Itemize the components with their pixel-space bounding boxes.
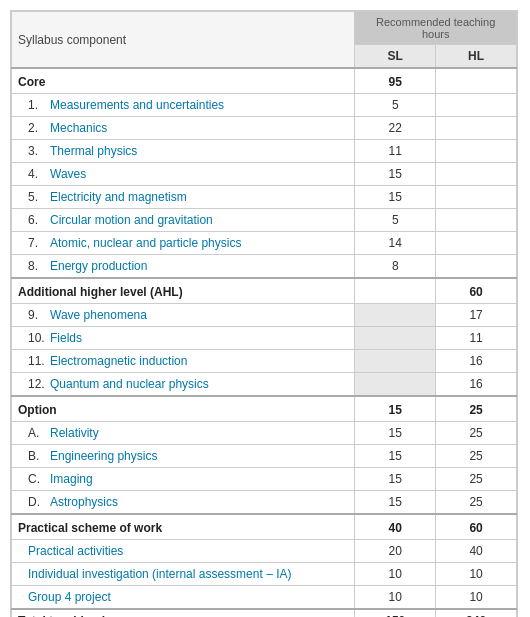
- table-row: C.Imaging1525: [12, 468, 517, 491]
- item-label: Group 4 project: [12, 586, 355, 610]
- table-row: A.Relativity1525: [12, 422, 517, 445]
- item-hl: 17: [436, 304, 517, 327]
- table-row: 10.Fields11: [12, 327, 517, 350]
- item-sl: [355, 304, 436, 327]
- item-hl: 16: [436, 373, 517, 397]
- item-hl: [436, 140, 517, 163]
- total-row: Total teaching hours150240: [12, 609, 517, 617]
- item-label: A.Relativity: [12, 422, 355, 445]
- total-label: Total teaching hours: [12, 609, 355, 617]
- item-label: Practical activities: [12, 540, 355, 563]
- table-row: 11.Electromagnetic induction16: [12, 350, 517, 373]
- section-header-row: Additional higher level (AHL)60: [12, 278, 517, 304]
- section-header-row: Core95: [12, 68, 517, 94]
- item-label: D.Astrophysics: [12, 491, 355, 515]
- item-sl: 15: [355, 491, 436, 515]
- section-label: Core: [12, 68, 355, 94]
- recommended-header: Recommended teaching hours: [355, 12, 517, 45]
- item-label: 9.Wave phenomena: [12, 304, 355, 327]
- item-label: 1.Measurements and uncertainties: [12, 94, 355, 117]
- item-label: 5.Electricity and magnetism: [12, 186, 355, 209]
- item-hl: 16: [436, 350, 517, 373]
- table-row: Practical activities2040: [12, 540, 517, 563]
- table-row: 5.Electricity and magnetism15: [12, 186, 517, 209]
- item-hl: 25: [436, 422, 517, 445]
- table-row: Individual investigation (internal asses…: [12, 563, 517, 586]
- table-row: Group 4 project1010: [12, 586, 517, 610]
- table-row: 6.Circular motion and gravitation5: [12, 209, 517, 232]
- item-label: Individual investigation (internal asses…: [12, 563, 355, 586]
- table-row: 2.Mechanics22: [12, 117, 517, 140]
- syllabus-table: Syllabus component Recommended teaching …: [10, 10, 518, 617]
- item-hl: 11: [436, 327, 517, 350]
- item-hl: 25: [436, 445, 517, 468]
- section-hl: 60: [436, 278, 517, 304]
- table-row: B.Engineering physics1525: [12, 445, 517, 468]
- item-sl: 15: [355, 468, 436, 491]
- section-header-row: Option1525: [12, 396, 517, 422]
- item-sl: 20: [355, 540, 436, 563]
- section-sl: 40: [355, 514, 436, 540]
- section-label: Option: [12, 396, 355, 422]
- item-hl: 25: [436, 468, 517, 491]
- item-label: C.Imaging: [12, 468, 355, 491]
- item-sl: 10: [355, 563, 436, 586]
- section-sl: 95: [355, 68, 436, 94]
- item-label: 7.Atomic, nuclear and particle physics: [12, 232, 355, 255]
- syllabus-header: Syllabus component: [12, 12, 355, 69]
- item-sl: 8: [355, 255, 436, 279]
- item-hl: [436, 255, 517, 279]
- sl-header: SL: [355, 45, 436, 69]
- section-label: Practical scheme of work: [12, 514, 355, 540]
- item-sl: 15: [355, 186, 436, 209]
- item-hl: 40: [436, 540, 517, 563]
- item-sl: 15: [355, 445, 436, 468]
- item-label: B.Engineering physics: [12, 445, 355, 468]
- item-hl: [436, 163, 517, 186]
- section-hl: [436, 68, 517, 94]
- item-sl: 5: [355, 209, 436, 232]
- table-row: 7.Atomic, nuclear and particle physics14: [12, 232, 517, 255]
- item-sl: 15: [355, 163, 436, 186]
- item-sl: [355, 373, 436, 397]
- item-label: 12.Quantum and nuclear physics: [12, 373, 355, 397]
- section-header-row: Practical scheme of work4060: [12, 514, 517, 540]
- section-sl: [355, 278, 436, 304]
- item-label: 3.Thermal physics: [12, 140, 355, 163]
- section-label: Additional higher level (AHL): [12, 278, 355, 304]
- section-sl: 15: [355, 396, 436, 422]
- item-hl: [436, 186, 517, 209]
- table-row: 12.Quantum and nuclear physics16: [12, 373, 517, 397]
- table-row: 9.Wave phenomena17: [12, 304, 517, 327]
- item-label: 10.Fields: [12, 327, 355, 350]
- item-hl: [436, 117, 517, 140]
- item-sl: [355, 327, 436, 350]
- item-label: 4.Waves: [12, 163, 355, 186]
- item-label: 6.Circular motion and gravitation: [12, 209, 355, 232]
- item-sl: 5: [355, 94, 436, 117]
- hl-header: HL: [436, 45, 517, 69]
- section-hl: 25: [436, 396, 517, 422]
- item-sl: 11: [355, 140, 436, 163]
- item-hl: 10: [436, 563, 517, 586]
- table-row: 3.Thermal physics11: [12, 140, 517, 163]
- item-hl: [436, 232, 517, 255]
- item-hl: 25: [436, 491, 517, 515]
- total-sl: 150: [355, 609, 436, 617]
- table-row: 4.Waves15: [12, 163, 517, 186]
- item-sl: 15: [355, 422, 436, 445]
- table-row: 8.Energy production8: [12, 255, 517, 279]
- item-sl: 22: [355, 117, 436, 140]
- item-label: 2.Mechanics: [12, 117, 355, 140]
- item-sl: [355, 350, 436, 373]
- total-hl: 240: [436, 609, 517, 617]
- item-hl: 10: [436, 586, 517, 610]
- table-row: D.Astrophysics1525: [12, 491, 517, 515]
- item-sl: 14: [355, 232, 436, 255]
- item-sl: 10: [355, 586, 436, 610]
- item-hl: [436, 209, 517, 232]
- table-row: 1.Measurements and uncertainties5: [12, 94, 517, 117]
- item-label: 11.Electromagnetic induction: [12, 350, 355, 373]
- item-label: 8.Energy production: [12, 255, 355, 279]
- item-hl: [436, 94, 517, 117]
